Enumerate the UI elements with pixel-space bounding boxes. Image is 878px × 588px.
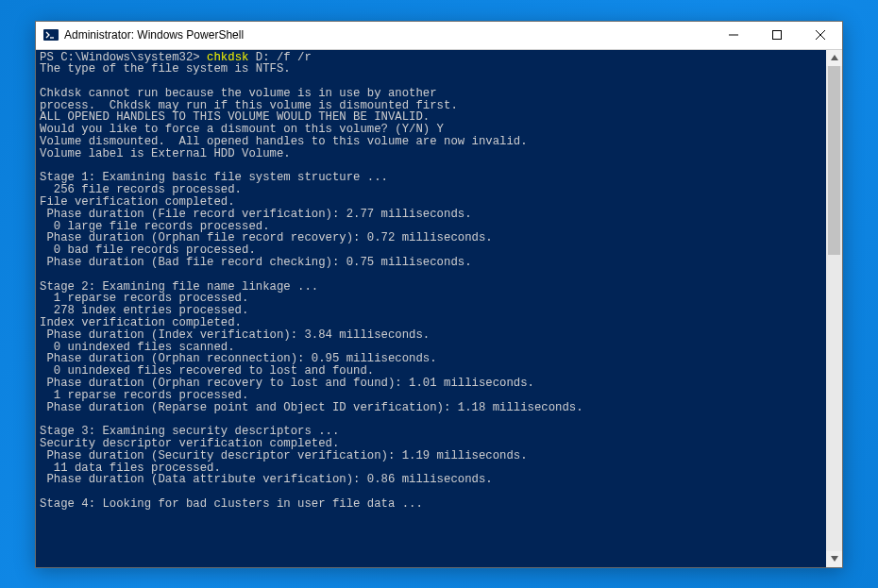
- window-title: Administrator: Windows PowerShell: [64, 28, 712, 42]
- console-area: PS C:\Windows\system32> chkdsk D: /f /r …: [36, 50, 842, 567]
- scroll-down-button[interactable]: [826, 551, 842, 567]
- powershell-window: Administrator: Windows PowerShell PS C:\…: [35, 21, 843, 568]
- svg-rect-0: [43, 29, 59, 41]
- maximize-button[interactable]: [755, 22, 799, 49]
- output-lines: The type of the file system is NTFS. Chk…: [40, 62, 583, 511]
- terminal-output[interactable]: PS C:\Windows\system32> chkdsk D: /f /r …: [36, 50, 826, 567]
- titlebar[interactable]: Administrator: Windows PowerShell: [36, 22, 842, 50]
- powershell-icon: [43, 27, 59, 42]
- window-controls: [712, 22, 842, 49]
- svg-rect-3: [773, 31, 782, 40]
- scrollbar-track[interactable]: [826, 66, 842, 551]
- close-button[interactable]: [799, 22, 842, 49]
- scrollbar-thumb[interactable]: [828, 66, 840, 255]
- minimize-button[interactable]: [712, 22, 755, 49]
- vertical-scrollbar[interactable]: [826, 50, 842, 567]
- scroll-up-button[interactable]: [826, 50, 842, 66]
